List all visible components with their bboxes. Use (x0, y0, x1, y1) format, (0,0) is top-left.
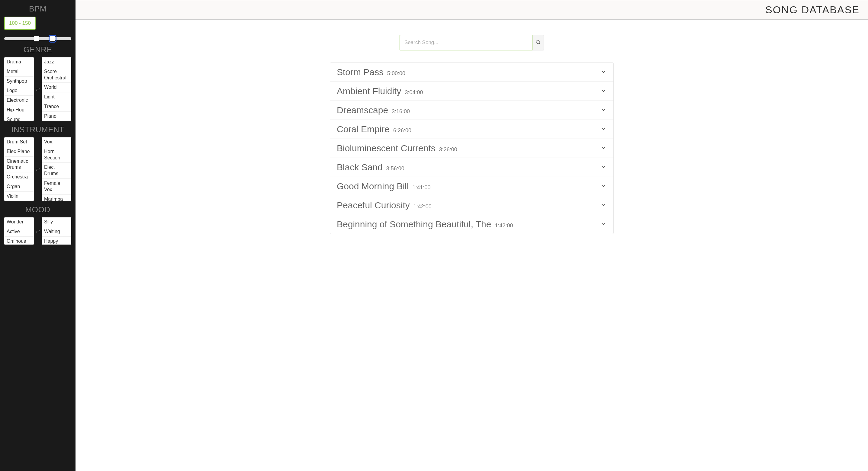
song-row[interactable]: Dreamscape3:16:00 (330, 101, 613, 120)
list-item[interactable]: Cinematic Drums (4, 157, 34, 173)
song-title: Peaceful Curiosity (337, 200, 410, 211)
song-info: Storm Pass5:00:00 (337, 67, 405, 77)
chevron-down-icon (600, 163, 607, 171)
search-button[interactable] (532, 35, 544, 51)
swap-horizontal-icon[interactable]: ⇄ (35, 166, 40, 172)
genre-list-right[interactable]: JazzScore OrchestralWorldLightTrancePian… (42, 57, 71, 121)
list-item[interactable]: Horn Section (42, 147, 71, 163)
list-item[interactable]: Silly (42, 217, 71, 227)
list-item[interactable]: Drama (4, 57, 34, 67)
mood-filter: MOOD WonderActiveOminous ⇄ SillyWaitingH… (4, 205, 71, 245)
mood-dual-list: WonderActiveOminous ⇄ SillyWaitingHappy (4, 217, 71, 245)
song-duration: 3:16:00 (392, 108, 410, 115)
list-item[interactable]: Piano (42, 112, 71, 121)
song-duration: 3:26:00 (439, 147, 457, 153)
list-item[interactable]: Elec. Drums (42, 163, 71, 179)
list-item[interactable]: Electronic (4, 96, 34, 105)
list-item[interactable]: Logo (4, 86, 34, 96)
song-list: Storm Pass5:00:00Ambient Fluidity3:04:00… (330, 63, 614, 234)
list-item[interactable]: Female Vox (42, 179, 71, 195)
list-item[interactable]: Ominous (4, 237, 34, 245)
list-item[interactable]: Light (42, 92, 71, 102)
song-info: Ambient Fluidity3:04:00 (337, 86, 423, 96)
chevron-down-icon (600, 106, 607, 114)
genre-filter: GENRE DramaMetalSynthpopLogoElectronicHi… (4, 45, 71, 121)
song-info: Good Morning Bill1:41:00 (337, 181, 431, 191)
genre-list-left[interactable]: DramaMetalSynthpopLogoElectronicHip-HopS… (4, 57, 34, 121)
list-item[interactable]: Violin (4, 192, 34, 201)
bpm-slider[interactable] (4, 37, 71, 40)
sidebar: BPM 100 - 150 GENRE DramaMetalSynthpopLo… (0, 0, 75, 471)
genre-dual-list: DramaMetalSynthpopLogoElectronicHip-HopS… (4, 57, 71, 121)
song-title: Bioluminescent Currents (337, 143, 435, 153)
list-item[interactable]: Synthpop (4, 77, 34, 86)
song-row[interactable]: Black Sand3:56:00 (330, 158, 613, 177)
song-title: Beginning of Something Beautiful, The (337, 219, 491, 229)
list-item[interactable]: Orchestra (4, 172, 34, 182)
genre-heading: GENRE (4, 45, 71, 54)
song-row[interactable]: Storm Pass5:00:00 (330, 63, 613, 82)
song-title: Storm Pass (337, 67, 383, 77)
song-info: Coral Empire6:26:00 (337, 124, 411, 134)
song-duration: 3:04:00 (405, 89, 423, 96)
song-row[interactable]: Coral Empire6:26:00 (330, 120, 613, 139)
chevron-down-icon (600, 87, 607, 95)
list-item[interactable]: Elec Piano (4, 147, 34, 157)
chevron-down-icon (600, 68, 607, 76)
song-duration: 5:00:00 (387, 70, 405, 77)
bpm-slider-thumb-low[interactable] (34, 36, 39, 41)
song-info: Black Sand3:56:00 (337, 162, 404, 172)
bpm-range-display: 100 - 150 (4, 17, 36, 30)
mood-list-left[interactable]: WonderActiveOminous (4, 217, 34, 245)
list-item[interactable]: Trance (42, 102, 71, 112)
song-row[interactable]: Good Morning Bill1:41:00 (330, 177, 613, 196)
song-row[interactable]: Beginning of Something Beautiful, The1:4… (330, 215, 613, 234)
song-title: Black Sand (337, 162, 383, 172)
swap-horizontal-icon[interactable]: ⇄ (35, 228, 40, 234)
list-item[interactable]: Metal (4, 67, 34, 77)
instrument-list-right[interactable]: Vox.Horn SectionElec. DrumsFemale VoxMar… (42, 137, 71, 201)
instrument-dual-list: Drum SetElec PianoCinematic DrumsOrchest… (4, 137, 71, 201)
swap-horizontal-icon[interactable]: ⇄ (35, 86, 40, 92)
list-item[interactable]: Score Orchestral (42, 67, 71, 83)
header-bar: SONG DATABASE (75, 0, 868, 20)
search-row (400, 35, 544, 51)
chevron-down-icon (600, 220, 607, 228)
song-info: Dreamscape3:16:00 (337, 105, 410, 115)
search-input[interactable] (400, 35, 532, 51)
list-item[interactable]: Waiting (42, 227, 71, 237)
list-item[interactable]: Marimba (42, 195, 71, 201)
song-duration: 3:56:00 (386, 165, 404, 172)
chevron-down-icon (600, 182, 607, 190)
song-duration: 1:42:00 (413, 203, 432, 210)
chevron-down-icon (600, 201, 607, 209)
bpm-slider-thumb-high[interactable] (50, 36, 55, 41)
mood-list-right[interactable]: SillyWaitingHappy (42, 217, 71, 245)
list-item[interactable]: Wonder (4, 217, 34, 227)
list-item[interactable]: Jazz (42, 57, 71, 67)
list-item[interactable]: Active (4, 227, 34, 237)
list-item[interactable]: Organ (4, 182, 34, 192)
chevron-down-icon (600, 125, 607, 133)
song-info: Beginning of Something Beautiful, The1:4… (337, 219, 513, 229)
page-title: SONG DATABASE (84, 4, 860, 16)
song-row[interactable]: Bioluminescent Currents3:26:00 (330, 139, 613, 158)
list-item[interactable]: Hip-Hop (4, 105, 34, 115)
bpm-filter: BPM 100 - 150 (4, 4, 71, 40)
song-row[interactable]: Ambient Fluidity3:04:00 (330, 82, 613, 101)
song-title: Ambient Fluidity (337, 86, 401, 96)
bpm-heading: BPM (4, 4, 71, 13)
content-area: Storm Pass5:00:00Ambient Fluidity3:04:00… (75, 20, 868, 471)
list-item[interactable]: Sound Effects (4, 115, 34, 121)
list-item[interactable]: Happy (42, 237, 71, 245)
instrument-heading: INSTRUMENT (4, 125, 71, 134)
song-row[interactable]: Peaceful Curiosity1:42:00 (330, 196, 613, 215)
instrument-list-left[interactable]: Drum SetElec PianoCinematic DrumsOrchest… (4, 137, 34, 201)
list-item[interactable]: Drum Set (4, 137, 34, 147)
list-item[interactable]: Vox. (42, 137, 71, 147)
song-duration: 6:26:00 (393, 127, 411, 134)
search-icon (536, 40, 540, 45)
song-duration: 1:41:00 (412, 185, 430, 191)
list-item[interactable]: World (42, 83, 71, 92)
song-info: Bioluminescent Currents3:26:00 (337, 143, 457, 153)
